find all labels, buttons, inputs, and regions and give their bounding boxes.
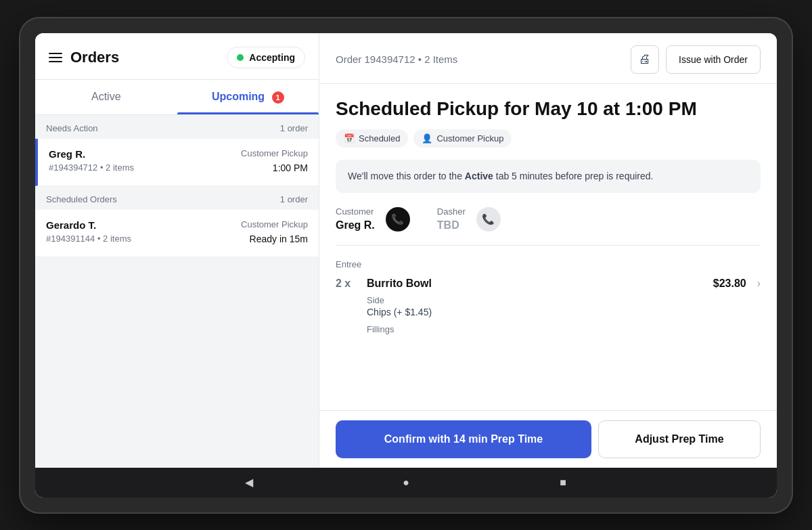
main-body: Scheduled Pickup for May 10 at 1:00 PM 📅… xyxy=(319,84,777,410)
customer-info-detail: Customer Greg R. xyxy=(336,206,375,231)
bottom-actions: Confirm with 14 min Prep Time Adjust Pre… xyxy=(319,410,777,468)
entree-chevron-icon[interactable]: › xyxy=(757,278,761,290)
scheduled-icon: 📅 xyxy=(344,133,355,143)
order-items-count-2: 2 items xyxy=(103,234,131,244)
pickup-title: Scheduled Pickup for May 10 at 1:00 PM xyxy=(336,97,761,120)
order-tags: 📅 Scheduled 👤 Customer Pickup xyxy=(336,129,761,148)
tab-upcoming-label: Upcoming xyxy=(212,91,265,102)
home-button[interactable]: ● xyxy=(397,473,415,492)
accepting-badge[interactable]: Accepting xyxy=(227,47,305,68)
active-bold: Active xyxy=(465,171,493,181)
order-id-sidebar-2: #194391144 xyxy=(46,234,95,244)
sidebar-header: Orders Accepting xyxy=(35,33,319,80)
customer-dasher-row: Customer Greg R. 📞 Dasher TBD xyxy=(336,206,761,246)
customer-name: Greg R. xyxy=(336,219,375,231)
home-icon: ● xyxy=(403,477,409,489)
adjust-prep-time-button[interactable]: Adjust Prep Time xyxy=(598,420,761,458)
scheduled-orders-count: 1 order xyxy=(280,194,308,204)
order-time: 1:00 PM xyxy=(273,162,308,173)
order-id-sidebar: #194394712 xyxy=(49,162,97,173)
tablet-screen: Orders Accepting Active Upcoming 1 xyxy=(35,33,777,498)
dasher-phone-button: 📞 xyxy=(476,207,501,231)
order-item[interactable]: Greg R. Customer Pickup #194394712 • 2 i… xyxy=(35,139,319,186)
dasher-col: Dasher TBD 📞 xyxy=(437,206,501,231)
side-row: Side Chips (+ $1.45) xyxy=(367,295,761,317)
entree-section: Entree 2 x Burrito Bowl $23.80 › Side Ch… xyxy=(336,259,761,334)
order-time-2: Ready in 15m xyxy=(250,234,308,244)
order-items-2: • xyxy=(97,234,103,244)
customer-info: Customer Greg R. xyxy=(336,206,375,231)
tag-scheduled: 📅 Scheduled xyxy=(336,129,408,148)
accepting-label: Accepting xyxy=(249,52,295,63)
dasher-name: TBD xyxy=(437,219,459,231)
main-header: Order 194394712 • 2 Items 🖨 Issue with O… xyxy=(319,33,777,84)
dasher-info-detail: Dasher TBD xyxy=(437,206,466,231)
order-customer-name-2: Gerardo T. xyxy=(46,219,96,231)
sidebar: Orders Accepting Active Upcoming 1 xyxy=(35,33,319,468)
order-customer-name: Greg R. xyxy=(49,148,85,160)
needs-action-count: 1 order xyxy=(280,123,308,133)
order-item-2-bottom: #194391144 • 2 items Ready in 15m xyxy=(46,234,308,244)
order-item-bottom: #194394712 • 2 items 1:00 PM xyxy=(49,162,308,173)
customer-phone-button[interactable]: 📞 xyxy=(386,207,410,231)
order-id-text: Order 194394712 • 2 Items xyxy=(336,53,457,65)
scheduled-orders-header: Scheduled Orders 1 order xyxy=(35,186,319,210)
entree-row: 2 x Burrito Bowl $23.80 › xyxy=(336,278,761,290)
order-items-count: • xyxy=(100,162,106,173)
tab-active-label: Active xyxy=(91,91,121,102)
dasher-info: Dasher TBD xyxy=(437,206,466,231)
tab-upcoming[interactable]: Upcoming 1 xyxy=(177,80,319,114)
tablet-frame: Orders Accepting Active Upcoming 1 xyxy=(20,18,792,512)
order-item-2-top: Gerardo T. Customer Pickup xyxy=(46,219,308,231)
tag-customer-pickup: 👤 Customer Pickup xyxy=(413,129,512,148)
upcoming-badge: 1 xyxy=(272,91,284,104)
main-panel: Order 194394712 • 2 Items 🖨 Issue with O… xyxy=(319,33,777,468)
customer-pickup-icon: 👤 xyxy=(422,133,432,143)
needs-action-label: Needs Action xyxy=(46,123,98,133)
back-icon: ◀ xyxy=(245,476,253,489)
customer-col: Customer Greg R. 📞 xyxy=(336,206,410,231)
side-label: Side xyxy=(367,295,761,305)
entree-label: Entree xyxy=(336,259,761,269)
hamburger-icon[interactable] xyxy=(49,53,62,62)
tabs: Active Upcoming 1 xyxy=(35,80,319,115)
tab-active[interactable]: Active xyxy=(35,80,177,114)
accepting-dot xyxy=(237,54,244,61)
entree-name: Burrito Bowl xyxy=(367,278,702,290)
customer-label: Customer xyxy=(336,206,375,217)
side-value: Chips (+ $1.45) xyxy=(367,307,761,317)
print-button[interactable]: 🖨 xyxy=(631,45,659,74)
order-meta-2: #194391144 • 2 items xyxy=(46,234,131,244)
needs-action-header: Needs Action 1 order xyxy=(35,115,319,139)
sidebar-title: Orders xyxy=(70,49,219,66)
info-banner: We'll move this order to the Active tab … xyxy=(336,160,761,193)
customer-pickup-label: Customer Pickup xyxy=(436,133,503,143)
order-meta: #194394712 • 2 items xyxy=(49,162,134,173)
confirm-button[interactable]: Confirm with 14 min Prep Time xyxy=(336,420,591,458)
nav-bar: ◀ ● ■ xyxy=(35,468,777,498)
dasher-label: Dasher xyxy=(437,206,466,217)
issue-with-order-button[interactable]: Issue with Order xyxy=(666,45,761,74)
recents-icon: ■ xyxy=(560,477,566,489)
scheduled-label: Scheduled xyxy=(359,133,400,143)
order-type: Customer Pickup xyxy=(241,148,308,158)
main-header-actions: 🖨 Issue with Order xyxy=(631,45,761,74)
entree-qty: 2 x xyxy=(336,278,356,290)
fillings-label: Fillings xyxy=(367,324,761,334)
back-button[interactable]: ◀ xyxy=(240,473,258,492)
order-items: 2 items xyxy=(106,162,134,173)
order-type-2: Customer Pickup xyxy=(241,219,308,229)
app-content: Orders Accepting Active Upcoming 1 xyxy=(35,33,777,468)
order-item-2[interactable]: Gerardo T. Customer Pickup #194391144 • … xyxy=(35,210,319,257)
scheduled-orders-label: Scheduled Orders xyxy=(46,194,117,204)
recents-button[interactable]: ■ xyxy=(554,473,572,492)
entree-price: $23.80 xyxy=(713,278,746,290)
order-item-top: Greg R. Customer Pickup xyxy=(49,148,308,160)
order-list: Needs Action 1 order Greg R. Customer Pi… xyxy=(35,115,319,468)
